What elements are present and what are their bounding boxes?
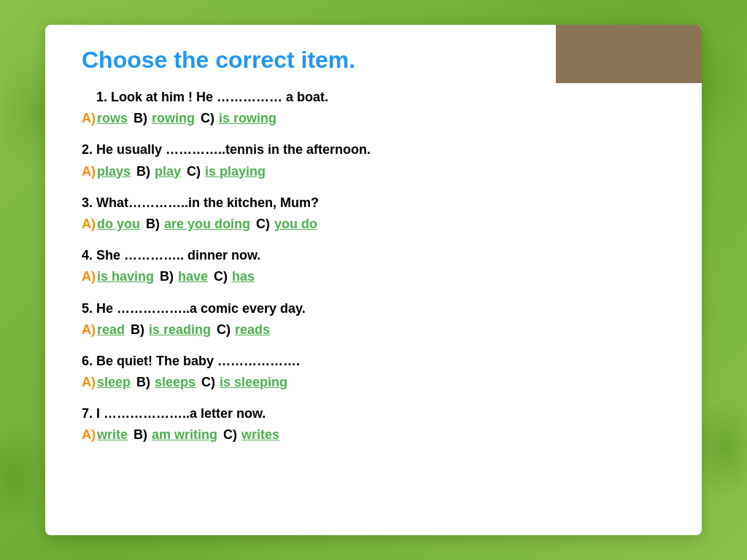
- connector-5c: C): [217, 321, 231, 339]
- question-block-1: 1. Look at him ! He …………… a boat. A) row…: [82, 88, 665, 128]
- answer-label-1a: A): [82, 109, 96, 128]
- question-text-6: 6. Be quiet! The baby ……………….: [82, 352, 665, 370]
- connector-3b: B): [146, 215, 160, 233]
- connector-2b: B): [136, 163, 150, 181]
- connector-6c: C): [201, 373, 215, 392]
- connector-1c: C): [201, 109, 214, 128]
- answer-option-2c: is playing: [205, 163, 266, 181]
- answer-option-5c: reads: [235, 321, 270, 339]
- top-image-decoration: [556, 25, 702, 83]
- answer-option-1b: rowing: [152, 109, 195, 128]
- question-text-4: 4. She ………….. dinner now.: [82, 246, 665, 265]
- connector-3c: C): [256, 215, 270, 233]
- question-text-2: 2. He usually …………..tennis in the aftern…: [82, 141, 665, 159]
- answers-line-7: A) write B) am writing C) writes: [82, 426, 665, 444]
- answer-option-6a: sleep: [97, 373, 131, 392]
- answer-option-4a: is having: [97, 268, 154, 286]
- answer-label-5a: A): [82, 321, 96, 339]
- connector-4b: B): [160, 268, 174, 286]
- answers-line-3: A) do you B) are you doing C) you do: [82, 215, 665, 233]
- answer-label-4a: A): [82, 268, 96, 286]
- answer-option-2a: plays: [97, 163, 131, 181]
- question-block-6: 6. Be quiet! The baby ………………. A) sleep B…: [82, 352, 665, 392]
- answers-line-5: A) read B) is reading C) reads: [82, 321, 665, 339]
- answer-label-6a: A): [82, 373, 96, 392]
- answers-line-4: A) is having B) have C) has: [82, 268, 665, 286]
- answer-option-3b: are you doing: [164, 215, 250, 233]
- question-block-7: 7. I ………………..a letter now. A) write B) a…: [82, 405, 665, 444]
- answer-label-2a: A): [82, 163, 96, 181]
- answer-label-3a: A): [82, 215, 96, 233]
- question-block-3: 3. What…………..in the kitchen, Mum? A) do …: [82, 194, 665, 233]
- question-block-4: 4. She ………….. dinner now. A) is having B…: [82, 246, 665, 286]
- answer-option-3a: do you: [97, 215, 140, 233]
- answer-option-4c: has: [232, 268, 255, 286]
- questions-container: 1. Look at him ! He …………… a boat. A) row…: [82, 88, 665, 445]
- answer-option-1c: is rowing: [219, 109, 276, 128]
- answer-option-7b: am writing: [152, 426, 217, 444]
- question-block-2: 2. He usually …………..tennis in the aftern…: [82, 141, 665, 180]
- connector-5b: B): [131, 321, 144, 339]
- answer-option-1a: rows: [97, 109, 128, 128]
- answer-option-4b: have: [178, 268, 208, 286]
- main-card: Choose the correct item. 1. Look at him …: [45, 25, 702, 535]
- answer-option-7a: write: [97, 426, 128, 444]
- connector-6b: B): [136, 373, 150, 392]
- question-block-5: 5. He ……………..a comic every day. A) read …: [82, 300, 665, 339]
- answer-option-5b: is reading: [149, 321, 211, 339]
- answer-option-5a: read: [97, 321, 125, 339]
- question-text-7: 7. I ………………..a letter now.: [82, 405, 665, 423]
- answer-label-7a: A): [82, 426, 96, 444]
- question-text-3: 3. What…………..in the kitchen, Mum?: [82, 194, 665, 212]
- connector-7c: C): [223, 426, 237, 444]
- answer-option-6b: sleeps: [155, 373, 196, 392]
- answer-option-2b: play: [155, 163, 181, 181]
- answer-option-6c: is sleeping: [220, 373, 287, 392]
- answers-line-2: A) plays B) play C) is playing: [82, 163, 665, 181]
- answer-option-3c: you do: [274, 215, 317, 233]
- connector-1b: B): [133, 109, 147, 128]
- answers-line-1: A) rows B) rowing C) is rowing: [82, 109, 665, 128]
- question-text-1: 1. Look at him ! He …………… a boat.: [96, 88, 665, 106]
- answers-line-6: A) sleep B) sleeps C) is sleeping: [82, 373, 665, 392]
- connector-4c: C): [214, 268, 228, 286]
- connector-2c: C): [187, 163, 201, 181]
- question-text-5: 5. He ……………..a comic every day.: [82, 300, 665, 318]
- answer-option-7c: writes: [241, 426, 279, 444]
- connector-7b: B): [133, 426, 147, 444]
